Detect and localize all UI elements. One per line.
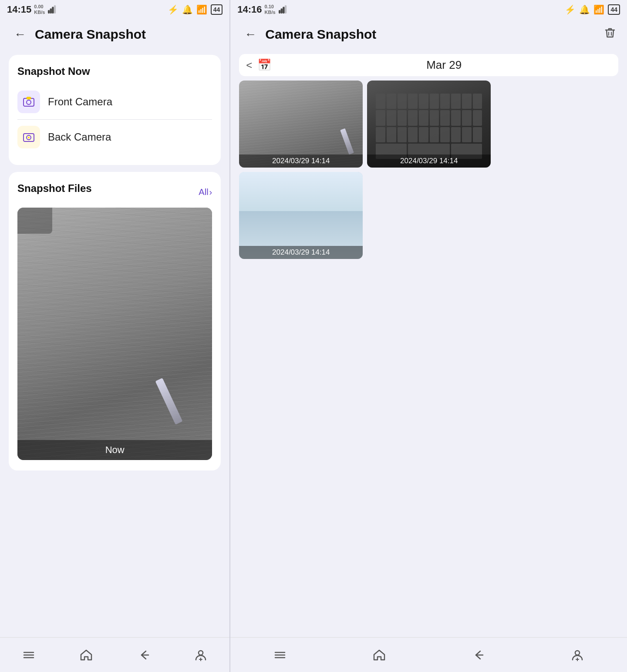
svg-point-9 [28, 137, 30, 138]
front-camera-svg [22, 95, 36, 109]
left-content: Snapshot Now Front Camera [0, 50, 229, 637]
current-date: Mar 29 [276, 58, 611, 72]
delete-button[interactable] [603, 27, 617, 43]
back-camera-label: Back Camera [48, 131, 111, 143]
snapshot-image [17, 208, 212, 460]
right-time: 14:16 [237, 4, 262, 15]
right-battery-indicator: 44 [608, 4, 620, 15]
right-menu-icon [273, 648, 287, 662]
date-nav: < 📅 Mar 29 [239, 54, 618, 76]
photo-grid: 2024/03/29 14:14 2024/03/29 14:14 [230, 81, 627, 259]
files-header: Snapshot Files All › [17, 182, 212, 202]
snapshot-now-card: Snapshot Now Front Camera [9, 55, 221, 165]
all-link[interactable]: All › [199, 187, 212, 197]
left-kb: 0.00 KB/s [34, 4, 45, 15]
svg-rect-19 [285, 6, 286, 13]
trash-icon [603, 27, 617, 40]
photo-timestamp-1: 2024/03/29 14:14 [239, 155, 363, 168]
bluetooth-icon: ⚡ [168, 4, 179, 15]
ceiling-part [239, 172, 363, 211]
right-home-button[interactable] [366, 642, 392, 668]
left-panel: 14:15 0.00 KB/s ⚡ 🔔 📶 44 ← Camera Snapsh… [0, 0, 229, 672]
svg-rect-6 [27, 97, 31, 99]
svg-rect-3 [54, 6, 56, 13]
right-status-bar: 14:16 0.10 KB/s ⚡ 🔔 📶 44 [230, 0, 627, 19]
right-menu-button[interactable] [267, 642, 293, 668]
left-home-button[interactable] [73, 642, 99, 668]
svg-point-5 [27, 100, 31, 104]
right-signal-icon [278, 5, 288, 14]
photo-timestamp-3: 2024/03/29 14:14 [239, 246, 363, 259]
right-back-nav-button[interactable] [465, 642, 491, 668]
svg-rect-16 [279, 10, 280, 13]
right-wifi-icon: 📶 [593, 4, 604, 15]
snapshot-files-title: Snapshot Files [17, 182, 92, 195]
profile-icon [194, 648, 207, 662]
front-camera-icon [17, 91, 40, 113]
back-camera-icon [17, 126, 40, 148]
left-back-nav-button[interactable] [131, 642, 157, 668]
back-camera-item[interactable]: Back Camera [17, 119, 212, 155]
fabric-texture [17, 208, 212, 460]
snapshot-files-card: Snapshot Files All › Now [9, 172, 221, 470]
photo-thumb-2[interactable]: 2024/03/29 14:14 [367, 81, 491, 168]
left-menu-button[interactable] [16, 642, 42, 668]
right-panel: 14:16 0.10 KB/s ⚡ 🔔 📶 44 ← Camera Snapsh… [230, 0, 627, 672]
alarm-icon: 🔔 [182, 4, 193, 15]
snapshot-preview[interactable]: Now [17, 208, 212, 460]
back-camera-svg [22, 130, 36, 144]
left-back-button[interactable]: ← [10, 27, 30, 42]
wifi-icon: 📶 [196, 4, 207, 15]
right-back-icon [472, 648, 485, 662]
prev-date-button[interactable]: < [246, 59, 252, 71]
left-time: 14:15 [7, 4, 31, 15]
photo-thumb-1[interactable]: 2024/03/29 14:14 [239, 81, 363, 168]
svg-point-25 [575, 651, 580, 655]
menu-icon [22, 648, 35, 662]
snapshot-now-label: Now [17, 440, 212, 460]
photo-timestamp-2: 2024/03/29 14:14 [367, 155, 491, 168]
photo-thumb-3[interactable]: 2024/03/29 14:14 [239, 172, 363, 259]
right-header: ← Camera Snapshot [230, 19, 627, 50]
svg-rect-18 [283, 7, 284, 13]
right-kb: 0.10 KB/s [265, 4, 276, 15]
right-profile-button[interactable] [564, 642, 590, 668]
battery-indicator: 44 [211, 4, 223, 15]
left-profile-button[interactable] [188, 642, 214, 668]
keyboard-overlay [376, 94, 482, 159]
left-status-bar: 14:15 0.00 KB/s ⚡ 🔔 📶 44 [0, 0, 229, 19]
home-icon [80, 648, 93, 662]
right-alarm-icon: 🔔 [579, 4, 590, 15]
front-camera-label: Front Camera [48, 96, 112, 108]
svg-rect-17 [281, 9, 282, 13]
left-status-right: ⚡ 🔔 📶 44 [168, 4, 223, 15]
back-icon [137, 648, 150, 662]
chevron-right-icon: › [209, 187, 212, 197]
svg-rect-2 [52, 7, 54, 13]
right-bluetooth-icon: ⚡ [565, 4, 576, 15]
right-home-icon [373, 648, 386, 662]
signal-icon [47, 5, 57, 14]
right-status-right: ⚡ 🔔 📶 44 [565, 4, 620, 15]
front-camera-item[interactable]: Front Camera [17, 84, 212, 119]
dark-corner [17, 208, 52, 234]
snapshot-now-title: Snapshot Now [17, 65, 212, 77]
left-bottom-nav [0, 637, 229, 672]
right-profile-icon [571, 648, 584, 662]
left-header: ← Camera Snapshot [0, 19, 229, 50]
calendar-icon: 📅 [257, 58, 271, 72]
left-page-title: Camera Snapshot [35, 27, 146, 42]
svg-rect-0 [48, 10, 50, 13]
svg-rect-4 [24, 98, 34, 106]
right-spacer [230, 259, 627, 637]
right-page-title: Camera Snapshot [265, 27, 376, 42]
svg-point-13 [199, 651, 203, 655]
right-bottom-nav [230, 637, 627, 672]
right-back-button[interactable]: ← [241, 27, 260, 42]
svg-rect-1 [51, 9, 52, 13]
